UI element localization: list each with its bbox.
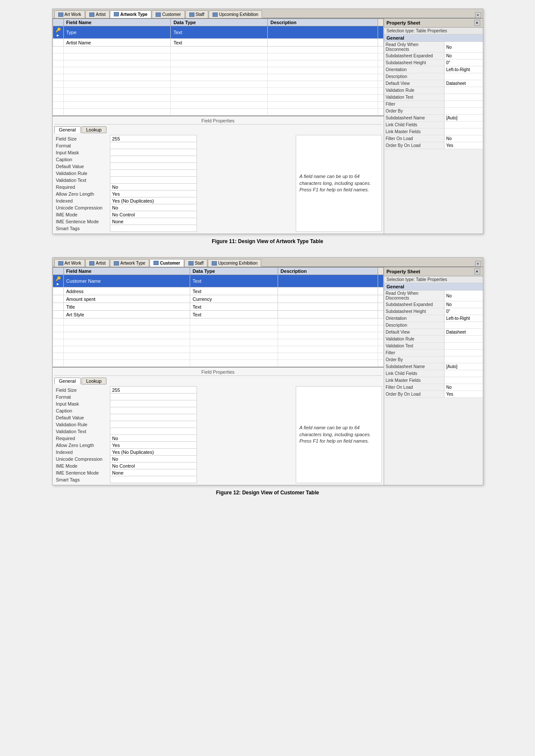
table-row[interactable]: Amount spent Currency	[53, 295, 383, 303]
ps-value[interactable]: Yes	[444, 391, 483, 398]
fp-value[interactable]: Yes (No Duplicates)	[110, 197, 197, 204]
table-row[interactable]	[53, 360, 383, 367]
close-window-btn-11[interactable]: ×	[475, 12, 481, 18]
ps-value[interactable]: Datasheet	[444, 80, 483, 87]
ps-value[interactable]	[444, 336, 483, 343]
fp-value[interactable]	[110, 394, 197, 400]
tab-artwork-12[interactable]: Art Work	[54, 259, 85, 267]
ps-value[interactable]: No	[444, 53, 483, 59]
fp-value[interactable]	[110, 142, 197, 149]
ps-value[interactable]: No	[444, 135, 483, 142]
table-row[interactable]	[53, 339, 383, 346]
tab-artwork[interactable]: Art Work	[54, 10, 85, 18]
ps-value[interactable]	[444, 108, 483, 115]
ps-value[interactable]: Datasheet	[444, 329, 483, 336]
table-row[interactable]: Address Text	[53, 287, 383, 295]
ps-value[interactable]	[444, 343, 483, 350]
fp-value[interactable]: Yes	[110, 191, 197, 197]
table-row[interactable]	[53, 353, 383, 360]
fp-value[interactable]: 255	[110, 135, 197, 142]
fp-value[interactable]: No	[110, 435, 197, 442]
fp-value[interactable]: No Control	[110, 211, 197, 218]
ps-value[interactable]	[444, 377, 483, 384]
fp-value[interactable]	[110, 156, 197, 163]
tab-customer-12[interactable]: Customer	[150, 259, 184, 267]
fp-value[interactable]: No Control	[110, 462, 197, 469]
fp-value[interactable]	[110, 177, 197, 184]
fp-value[interactable]	[110, 414, 197, 421]
fp-value[interactable]	[110, 149, 197, 156]
table-row[interactable]	[53, 319, 383, 325]
cell-artistname-field[interactable]: Artist Name	[63, 39, 171, 47]
fp-value[interactable]: Yes	[110, 442, 197, 449]
ps-value[interactable]: Yes	[444, 142, 483, 149]
tab-customer[interactable]: Customer	[152, 10, 185, 18]
fp-value[interactable]	[110, 428, 197, 435]
fp-tab-lookup-12[interactable]: Lookup	[81, 378, 106, 384]
fp-value[interactable]: None	[110, 469, 197, 476]
table-row[interactable]	[53, 102, 383, 109]
fp-tab-general-12[interactable]: General	[54, 378, 81, 384]
fp-tab-general-11[interactable]: General	[54, 126, 81, 133]
ps-value[interactable]: No	[444, 291, 483, 301]
table-row[interactable]	[53, 346, 383, 353]
ps-close-btn-11[interactable]: ×	[474, 20, 480, 26]
ps-value[interactable]: No	[444, 42, 483, 53]
fp-value[interactable]	[110, 163, 197, 170]
fp-value[interactable]	[110, 400, 197, 407]
ps-value[interactable]: No	[444, 301, 483, 308]
table-row[interactable]	[53, 53, 383, 60]
ps-value[interactable]: 0"	[444, 59, 483, 66]
fp-value[interactable]	[110, 407, 197, 414]
fp-value[interactable]	[110, 170, 197, 177]
tab-artist-12[interactable]: Artist	[85, 259, 110, 267]
tab-artist[interactable]: Artist	[85, 10, 110, 18]
fp-value[interactable]: No	[110, 456, 197, 462]
table-row[interactable]: Artist Name Text	[53, 39, 383, 47]
ps-value[interactable]	[444, 322, 483, 329]
tab-artwork-type-12[interactable]: Artwork Type	[110, 259, 149, 267]
fp-value[interactable]	[110, 476, 197, 483]
table-row[interactable]	[53, 74, 383, 81]
table-row[interactable]	[53, 67, 383, 74]
table-row[interactable]: 🔑 ► Customer Name Text	[53, 275, 383, 287]
table-row[interactable]	[53, 81, 383, 88]
ps-value[interactable]	[444, 94, 483, 101]
ps-value[interactable]: 0"	[444, 308, 483, 315]
table-row[interactable]: Title Text	[53, 303, 383, 311]
ps-value[interactable]	[444, 73, 483, 80]
tab-upcoming-12[interactable]: Upcoming Exhibition	[208, 259, 261, 267]
ps-value[interactable]	[444, 87, 483, 94]
fp-value[interactable]: None	[110, 218, 197, 225]
ps-value[interactable]: [Auto]	[444, 115, 483, 122]
table-row[interactable]	[53, 47, 383, 53]
table-row[interactable]	[53, 95, 383, 102]
fp-value[interactable]: Yes (No Duplicates)	[110, 449, 197, 456]
fp-value[interactable]: No	[110, 184, 197, 191]
fp-value[interactable]	[110, 421, 197, 428]
cell-type-field[interactable]: Type	[63, 26, 171, 39]
tab-artwork-type[interactable]: Artwork Type	[110, 10, 151, 18]
fp-value[interactable]: No	[110, 204, 197, 211]
table-row[interactable]	[53, 332, 383, 339]
ps-value[interactable]: [Auto]	[444, 363, 483, 370]
ps-value[interactable]: No	[444, 384, 483, 391]
ps-value[interactable]: Left-to-Right	[444, 66, 483, 73]
close-window-btn-12[interactable]: ×	[475, 261, 481, 267]
ps-value[interactable]: Left-to-Right	[444, 315, 483, 322]
table-row[interactable]	[53, 109, 383, 116]
ps-value[interactable]	[444, 128, 483, 135]
ps-value[interactable]	[444, 101, 483, 108]
ps-value[interactable]	[444, 370, 483, 377]
tab-staff[interactable]: Staff	[185, 10, 208, 18]
tab-staff-12[interactable]: Staff	[185, 259, 207, 267]
fp-value[interactable]: 255	[110, 387, 197, 394]
ps-value[interactable]	[444, 356, 483, 363]
fp-value[interactable]	[110, 225, 197, 232]
ps-value[interactable]	[444, 122, 483, 128]
table-row[interactable]: Art Style Text	[53, 311, 383, 319]
table-row[interactable]	[53, 88, 383, 95]
fp-tab-lookup-11[interactable]: Lookup	[81, 126, 106, 133]
ps-value[interactable]	[444, 350, 483, 356]
table-row[interactable]	[53, 325, 383, 332]
